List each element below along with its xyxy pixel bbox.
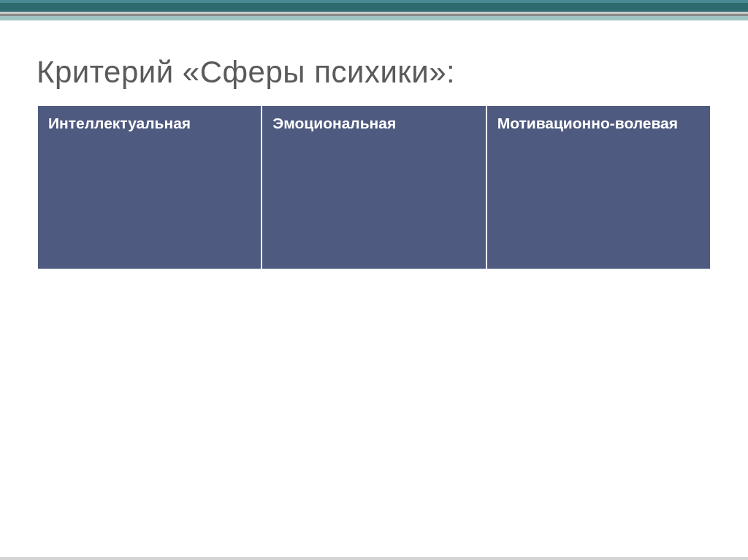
- slide-content: Критерий «Сферы психики»: Интеллектуальн…: [0, 0, 748, 270]
- spheres-table: Интеллектуальная Эмоциональная Мотивацио…: [37, 104, 711, 270]
- table-cell-emotional: Эмоциональная: [262, 105, 486, 269]
- decorative-top-border: [0, 0, 748, 20]
- table-row: Интеллектуальная Эмоциональная Мотивацио…: [37, 105, 711, 269]
- slide-title: Критерий «Сферы психики»:: [37, 55, 711, 90]
- decorative-bottom-border: [0, 557, 748, 560]
- table-cell-intellectual: Интеллектуальная: [37, 105, 262, 269]
- table-cell-motivational: Мотивационно-волевая: [486, 105, 711, 269]
